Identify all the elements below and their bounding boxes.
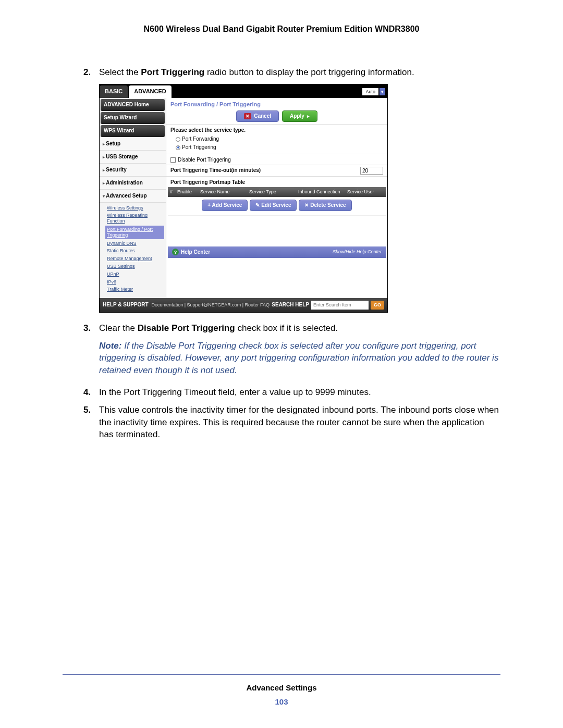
radio-port-forwarding[interactable]: Port Forwarding [166,135,387,143]
footer-page-number: 103 [63,696,500,707]
x-icon: ✕ [244,113,251,120]
router-ui-screenshot: BASIC ADVANCED Auto ▾ ADVANCED Home Setu… [99,84,388,313]
sidebar-item-usb-storage[interactable]: USB Storage [100,151,166,164]
col-service-type: Service Type [249,189,298,195]
footer-section-title: Advanced Settings [63,682,500,693]
step-5-text: This value controls the inactivity timer… [99,405,499,440]
auto-refresh-label: Auto [362,88,378,96]
sidebar: ADVANCED Home Setup Wizard WPS Wizard Se… [100,98,166,299]
step-5: 5. This value controls the inactivity ti… [83,404,500,441]
note-label: Note: [99,341,121,351]
col-enable: Enable [177,189,200,195]
step-4-text: In the Port Triggering Timeout field, en… [99,387,371,397]
show-hide-help-link[interactable]: Show/Hide Help Center [333,249,382,255]
step-2-text-pre: Select the [99,67,141,77]
panel-title: Port Forwarding / Port Triggering [170,101,261,108]
page-footer: Advanced Settings 103 [63,674,500,707]
sublink-upnp[interactable]: UPnP [107,270,163,278]
sublink-dynamic-dns[interactable]: Dynamic DNS [107,240,163,248]
cancel-label: Cancel [254,113,271,120]
step-3-text-post: check box if it is selected. [235,323,338,333]
sublink-wireless-settings[interactable]: Wireless Settings [107,204,163,212]
question-icon: ? [172,249,179,255]
document-header-title: N600 Wireless Dual Band Gigabit Router P… [63,23,500,35]
radio-icon [176,137,180,142]
step-3: 3. Clear the Disable Port Triggering che… [83,322,500,377]
step-3-text-pre: Clear the [99,323,138,333]
step-2-text-post: radio button to display the port trigger… [204,67,414,77]
sublink-remote-management[interactable]: Remote Management [107,255,163,263]
add-service-button[interactable]: + Add Service [202,200,248,211]
radio-selected-icon [176,145,180,150]
sublink-traffic-meter[interactable]: Traffic Meter [107,286,163,293]
apply-label: Apply [290,113,304,120]
service-type-label: Please select the service type. [166,124,387,135]
timeout-label: Port Triggering Time-out(in minutes) [170,167,261,174]
portmap-table-title: Port Triggering Portmap Table [166,176,387,187]
sidebar-item-administration[interactable]: Administration [100,177,166,190]
sidebar-advanced-home[interactable]: ADVANCED Home [101,99,165,111]
portmap-table-header: # Enable Service Name Service Type Inbou… [168,187,386,197]
step-4-number: 4. [83,386,91,399]
step-3-text-bold: Disable Port Triggering [138,323,235,333]
search-help-label: SEARCH HELP [272,301,309,309]
help-center-toggle[interactable]: ?Help Center [172,249,210,256]
note-text: If the Disable Port Triggering check box… [99,341,498,376]
radio-forwarding-label: Port Forwarding [182,136,219,142]
help-content-area [168,258,386,288]
apply-button[interactable]: Apply▸ [282,110,317,122]
sidebar-item-setup[interactable]: Setup [100,138,166,151]
col-service-name: Service Name [200,189,249,195]
cancel-button[interactable]: ✕Cancel [236,110,279,122]
help-support-label: HELP & SUPPORT [103,301,149,309]
timeout-input[interactable] [360,167,383,175]
col-num: # [170,189,177,195]
disable-triggering-label: Disable Port Triggering [178,157,231,163]
disable-triggering-checkbox[interactable] [170,157,176,163]
edit-service-button[interactable]: ✎ Edit Service [250,200,297,211]
step-3-number: 3. [83,322,91,335]
radio-triggering-label: Port Triggering [182,144,216,150]
sidebar-item-advanced-setup[interactable]: Advanced Setup [100,190,166,203]
step-2-number: 2. [83,66,91,79]
step-5-number: 5. [83,404,91,416]
sublink-port-forwarding-triggering[interactable]: Port Forwarding / Port Triggering [105,226,164,239]
sidebar-setup-wizard[interactable]: Setup Wizard [101,112,165,124]
sidebar-item-security[interactable]: Security [100,164,166,177]
radio-port-triggering[interactable]: Port Triggering [166,143,387,152]
sublink-wireless-repeating[interactable]: Wireless Repeating Function [107,212,163,225]
col-inbound: Inbound Connection [298,189,347,195]
sublink-ipv6[interactable]: IPv6 [107,278,163,286]
step-2: 2. Select the Port Triggering radio butt… [83,66,500,312]
step-4: 4. In the Port Triggering Timeout field,… [83,386,500,399]
arrow-right-icon: ▸ [307,113,310,120]
auto-refresh-dropdown[interactable]: Auto ▾ [362,88,385,96]
go-button[interactable]: GO [371,301,384,310]
sublink-usb-settings[interactable]: USB Settings [107,263,163,270]
step-2-text-bold: Port Triggering [141,67,204,77]
help-support-links[interactable]: Documentation | Support@NETGEAR.com | Ro… [152,302,270,309]
sublink-static-routes[interactable]: Static Routes [107,247,163,255]
tab-advanced[interactable]: ADVANCED [129,85,172,97]
main-panel: Port Forwarding / Port Triggering ✕Cance… [166,98,387,299]
help-center-label: Help Center [181,249,210,255]
note-block: Note: If the Disable Port Triggering che… [99,340,500,377]
search-help-input[interactable]: Enter Search Item [311,301,369,310]
col-service-user: Service User [347,189,384,195]
sidebar-wps-wizard[interactable]: WPS Wizard [101,125,165,137]
table-body-empty [168,215,386,246]
tab-basic[interactable]: BASIC [100,85,128,97]
delete-service-button[interactable]: ✕ Delete Service [299,200,351,211]
dropdown-arrow-icon: ▾ [380,88,385,96]
